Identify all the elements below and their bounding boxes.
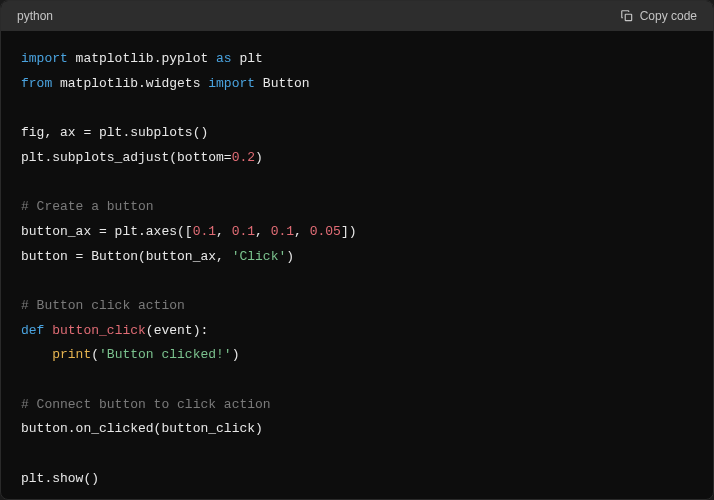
code-token: matplotlib.pyplot xyxy=(68,51,216,66)
code-token: print xyxy=(52,347,91,362)
code-token: 0.1 xyxy=(271,224,294,239)
code-token: fig, ax = plt.subplots() xyxy=(21,125,208,140)
code-token: as xyxy=(216,51,232,66)
code-token: 0.2 xyxy=(232,150,255,165)
code-token xyxy=(21,347,52,362)
code-token: , xyxy=(216,224,232,239)
code-token: , xyxy=(294,224,310,239)
code-token: def xyxy=(21,323,44,338)
code-token: ) xyxy=(232,347,240,362)
code-token: button = Button(button_ax, xyxy=(21,249,232,264)
code-token: button_click xyxy=(52,323,146,338)
code-comment: # Create a button xyxy=(21,199,154,214)
code-header: python Copy code xyxy=(1,1,713,31)
code-content[interactable]: import matplotlib.pyplot as plt from mat… xyxy=(1,31,713,500)
language-label: python xyxy=(17,9,53,23)
copy-label: Copy code xyxy=(640,9,697,23)
code-token: ) xyxy=(286,249,294,264)
code-token: button.on_clicked(button_click) xyxy=(21,421,263,436)
code-block: python Copy code import matplotlib.pyplo… xyxy=(0,0,714,500)
code-token: from xyxy=(21,76,52,91)
code-token: plt xyxy=(232,51,263,66)
code-token: import xyxy=(208,76,255,91)
code-token: (event): xyxy=(146,323,208,338)
code-token: import xyxy=(21,51,68,66)
code-token: 'Button clicked!' xyxy=(99,347,232,362)
code-token: Button xyxy=(255,76,310,91)
copy-code-button[interactable]: Copy code xyxy=(620,9,697,23)
code-token: 0.05 xyxy=(310,224,341,239)
code-token: 'Click' xyxy=(232,249,287,264)
code-token: ]) xyxy=(341,224,357,239)
copy-icon xyxy=(620,9,634,23)
code-token: matplotlib.widgets xyxy=(52,76,208,91)
code-token: , xyxy=(255,224,271,239)
code-token: plt.subplots_adjust(bottom= xyxy=(21,150,232,165)
code-token: ( xyxy=(91,347,99,362)
code-token: plt.show() xyxy=(21,471,99,486)
code-token: ) xyxy=(255,150,263,165)
code-comment: # Connect button to click action xyxy=(21,397,271,412)
code-token: button_ax = plt.axes([ xyxy=(21,224,193,239)
code-token: 0.1 xyxy=(193,224,216,239)
svg-rect-0 xyxy=(625,14,631,20)
code-comment: # Button click action xyxy=(21,298,185,313)
code-token: 0.1 xyxy=(232,224,255,239)
